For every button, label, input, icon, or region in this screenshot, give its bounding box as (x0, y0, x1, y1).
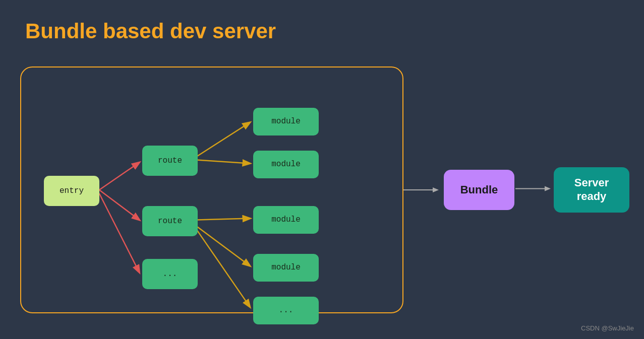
arrow-line1 (403, 185, 439, 195)
svg-marker-11 (545, 186, 551, 191)
svg-line-4 (197, 160, 250, 163)
box-to-bundle-arrow (403, 185, 439, 195)
arrow-line2 (515, 183, 551, 193)
page-title: Bundle based dev server (25, 19, 276, 43)
bundle-node: Bundle (444, 170, 514, 210)
route2-node: route (142, 206, 198, 236)
watermark: CSDN @SwJieJie (581, 324, 634, 332)
diagram-area: entry route route ... module module modu… (20, 55, 624, 324)
svg-marker-9 (433, 187, 439, 192)
svg-line-7 (197, 230, 250, 307)
module4-node: module (253, 254, 319, 282)
route1-node: route (142, 146, 198, 176)
module2-node: module (253, 151, 319, 178)
bundle-box: entry route route ... module module modu… (20, 66, 403, 313)
svg-line-1 (99, 190, 139, 220)
dots1-node: ... (142, 259, 198, 289)
module1-node: module (253, 108, 319, 135)
bundle-to-server-arrow (515, 183, 551, 196)
entry-node: entry (44, 176, 99, 206)
svg-line-2 (99, 193, 139, 272)
server-ready-node: Serverready (554, 167, 629, 213)
dots2-node: ... (253, 297, 319, 324)
svg-line-0 (99, 162, 139, 190)
svg-line-6 (197, 226, 250, 265)
module3-node: module (253, 206, 319, 234)
svg-line-5 (197, 218, 250, 220)
svg-line-3 (197, 122, 250, 156)
